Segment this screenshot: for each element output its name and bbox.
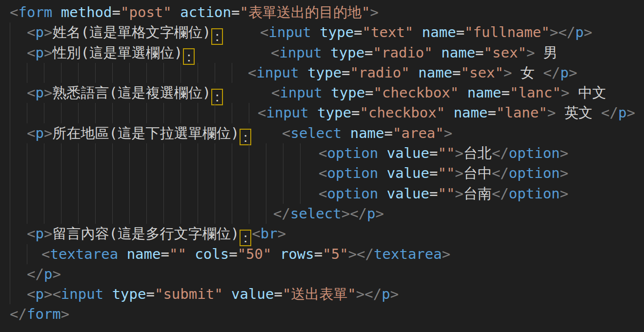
code-token-at: name [422,24,456,40]
code-segment: <input type="radio" name="sex"> 女 </p> [248,63,577,83]
code-line-9[interactable]: <option value="">台中</option> [0,163,644,183]
code-token-br: < [271,84,280,101]
code-segment: <p>姓名(這是單格文字欄位)： [27,22,223,45]
code-token-br: >< [44,286,61,302]
code-token-pl: = [501,84,509,101]
code-token-at: cols [195,246,229,262]
code-line-14[interactable]: </p> [0,264,644,284]
code-token-br: > [44,44,52,61]
code-segment: <option value="">台北</option> [319,143,568,163]
code-token-tag: p [35,286,43,302]
code-token-br: < [319,145,327,161]
code-line-4[interactable]: <input type="radio" name="sex"> 女 </p> [0,63,644,83]
code-line-1[interactable]: <form method="post" action="表單送出的目的地"> [0,2,644,22]
code-token-tag: input [61,286,103,302]
code-token-tag: input [279,44,322,61]
code-line-16[interactable]: </form> [0,304,644,324]
code-segment: </form> [10,304,69,324]
code-token-at: value [387,145,429,161]
code-token-at: type [330,44,364,61]
code-token-tag: select [290,125,342,141]
code-line-8[interactable]: <option value="">台北</option> [0,143,644,163]
code-token-br: > [390,286,399,302]
code-token-pl [410,64,418,81]
code-token-pl [413,24,422,40]
code-token-tag: p [575,24,584,40]
code-token-br: </ [601,104,618,121]
code-token-pl [459,84,467,101]
code-line-2[interactable]: <p>姓名(這是單格文字欄位)：<input type="text" name=… [0,22,644,42]
code-line-5[interactable]: <p>熟悉語言(這是複選欄位)：<input type="checkbox" n… [0,83,644,103]
code-token-br: > [503,64,512,81]
code-line-10[interactable]: <option value="">台南</option> [0,184,644,204]
code-token-br: </ [492,165,509,181]
code-token-br: < [27,24,35,40]
code-token-tx: 姓名(這是單格文字欄位) [52,24,211,40]
code-token-tag: p [560,64,568,81]
code-token-tx: 英文 [556,104,601,121]
code-token-br: > [547,104,556,121]
code-token-pl: = [429,185,438,202]
code-token-br: > [444,125,452,141]
code-token-st: "submit" [155,286,223,302]
code-line-13[interactable]: <textarea name="" cols="50" rows="5"></t… [0,244,644,264]
code-segment: <input type="checkbox" name="lane"> 英文 <… [258,103,635,123]
code-token-tag: p [35,125,43,141]
code-token-br: > [44,225,52,242]
code-token-pl: = [429,145,438,161]
code-token-br: < [282,125,290,141]
code-token-pl [309,104,317,121]
code-line-15[interactable]: <p><input type="submit" value="送出表單"></p… [0,284,644,304]
code-token-pl [433,44,441,61]
code-token-br: > [370,4,378,20]
code-token-tag: form [18,4,52,20]
code-segment: <input type="radio" name="sex"> 男 [271,43,558,63]
code-token-br: > [455,165,463,181]
code-token-pl: = [274,286,282,302]
code-token-br: > [560,145,568,161]
code-line-7[interactable]: <p>所在地區(這是下拉選單欄位)：<select name="area"> [0,123,644,143]
code-token-pl: = [487,104,496,121]
code-token-pl [118,246,126,262]
code-token-st: "" [438,185,455,202]
code-area[interactable]: <form method="post" action="表單送出的目的地"><p… [0,2,644,325]
code-token-st: "lanc" [510,84,561,101]
code-segment: <p>所在地區(這是下拉選單欄位)： [27,123,252,146]
code-token-tag: p [35,84,43,101]
code-segment: <p><input type="submit" value="送出表單"></p… [27,284,399,304]
code-token-br: > [455,185,463,202]
code-token-tag: p [35,225,43,242]
code-segment: <input type="checkbox" name="lanc"> 中文 [271,83,606,103]
code-token-pl [172,4,180,20]
code-line-3[interactable]: <p>性別(這是單選欄位)：<input type="radio" name="… [0,43,644,63]
code-token-br: > [44,84,52,101]
code-token-tag: input [268,24,311,40]
code-token-tag: p [618,104,626,121]
code-token-pl [52,4,60,20]
code-token-tag: input [266,104,308,121]
code-token-pl: = [314,246,322,262]
code-token-br: </ [492,185,509,202]
code-line-12[interactable]: <p>留言內容(這是多行文字欄位)：<br> [0,224,644,244]
code-line-11[interactable]: </select></p> [0,204,644,224]
code-token-tx: 台北 [463,145,492,161]
code-token-st: "area" [393,125,444,141]
code-token-tag: option [509,145,560,161]
code-token-tag: textarea [374,246,442,262]
code-token-br: ></ [356,286,382,302]
code-segment: </select></p> [273,204,384,224]
code-token-at: name [454,104,488,121]
code-token-st: "lane" [496,104,547,121]
code-segment: <p>留言內容(這是多行文字欄位)：<br> [27,224,286,246]
code-token-st: "post" [121,4,172,20]
code-token-tag: input [280,84,322,101]
code-token-at: name [350,125,384,141]
code-line-6[interactable]: <input type="checkbox" name="lane"> 英文 <… [0,103,644,123]
code-token-pl: = [429,165,438,181]
code-token-st: "radio" [373,44,433,61]
vscode-editor: <form method="post" action="表單送出的目的地"><p… [0,0,644,332]
code-token-at: type [320,24,354,40]
code-token-br: < [319,185,327,202]
code-token-br: < [258,104,266,121]
code-token-tag: p [35,44,43,61]
